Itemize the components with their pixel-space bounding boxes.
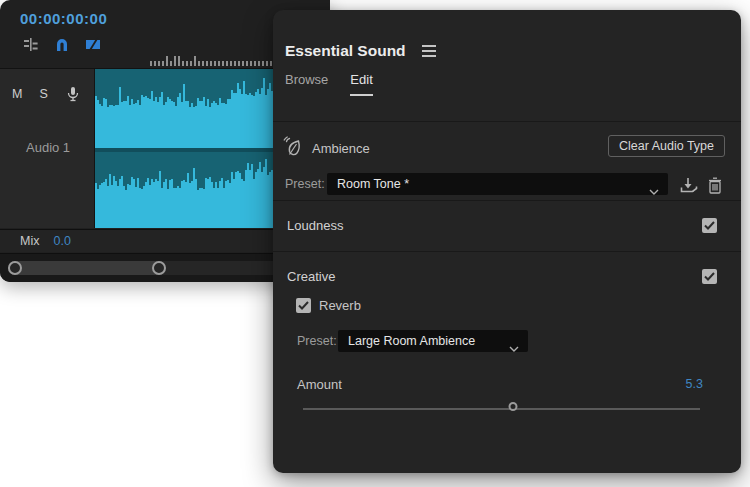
tab-edit[interactable]: Edit <box>350 72 372 96</box>
zoom-handle-right[interactable] <box>152 261 166 275</box>
reverb-label: Reverb <box>319 298 361 313</box>
main-preset-row: Preset: Room Tone * <box>273 173 741 197</box>
reverb-preset-label: Preset: <box>297 334 337 348</box>
loudness-checkbox[interactable] <box>702 218 717 233</box>
playhead-timecode[interactable]: 00:00:00:00 <box>20 10 107 27</box>
amount-slider[interactable] <box>303 402 700 416</box>
amount-slider-handle[interactable] <box>509 402 518 411</box>
reverb-preset-dropdown[interactable]: Large Room Ambience <box>338 330 528 352</box>
solo-track-button[interactable]: S <box>39 87 47 101</box>
mix-value[interactable]: 0.0 <box>53 234 70 248</box>
reverb-row: Reverb <box>296 298 361 313</box>
mute-track-button[interactable]: M <box>12 87 22 101</box>
linked-selection-icon[interactable] <box>84 36 101 53</box>
amount-value[interactable]: 5.3 <box>686 377 703 391</box>
creative-label: Creative <box>287 269 335 284</box>
track-header: M S Audio 1 <box>0 69 95 228</box>
audio-type-label: Ambience <box>312 141 370 156</box>
loudness-section: Loudness <box>273 200 741 251</box>
chevron-down-icon <box>509 338 519 356</box>
reverb-preset-row: Preset: Large Room Ambience <box>273 330 741 354</box>
loudness-label: Loudness <box>287 218 343 233</box>
amount-slider-track[interactable] <box>303 408 700 410</box>
nest-toggle-icon[interactable] <box>22 36 39 53</box>
panel-title: Essential Sound <box>285 42 406 60</box>
zoom-handle-left[interactable] <box>8 261 22 275</box>
trash-icon[interactable] <box>705 175 725 195</box>
preset-dropdown[interactable]: Room Tone * <box>327 173 668 195</box>
save-preset-icon[interactable] <box>679 175 699 195</box>
amount-label: Amount <box>297 377 342 392</box>
reverb-checkbox[interactable] <box>296 298 311 313</box>
ambience-leaf-icon <box>283 136 304 161</box>
tab-browse[interactable]: Browse <box>285 72 328 96</box>
amount-row: Amount 5.3 <box>273 376 741 394</box>
chevron-down-icon <box>649 181 659 199</box>
preset-value: Room Tone * <box>337 177 409 191</box>
essential-sound-panel: Essential Sound Browse Edit Ambience Cle… <box>273 10 741 473</box>
zoom-scrollbar-thumb[interactable] <box>8 261 166 275</box>
voiceover-record-icon[interactable] <box>65 85 82 102</box>
snap-magnet-icon[interactable] <box>53 36 70 53</box>
reverb-preset-value: Large Room Ambience <box>348 334 475 348</box>
clear-audio-type-button[interactable]: Clear Audio Type <box>608 135 725 157</box>
preset-label: Preset: <box>285 177 325 191</box>
hamburger-menu-icon[interactable] <box>422 45 436 57</box>
audio-type-row: Ambience Clear Audio Type <box>273 122 741 170</box>
creative-checkbox[interactable] <box>702 269 717 284</box>
creative-section: Creative <box>273 251 741 302</box>
mix-label: Mix <box>20 234 39 248</box>
track-name: Audio 1 <box>26 140 70 155</box>
